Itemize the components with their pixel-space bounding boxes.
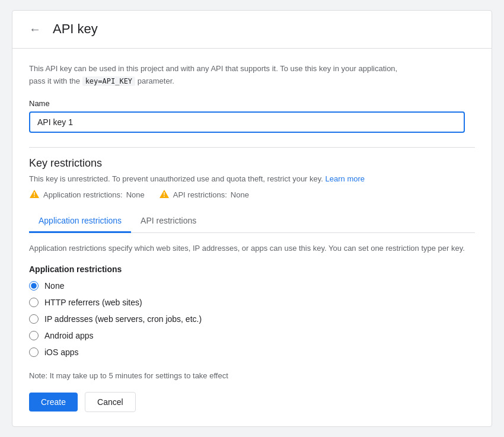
api-key-param-code: key=API_KEY bbox=[82, 76, 135, 86]
name-field-label: Name bbox=[29, 99, 475, 108]
cancel-button[interactable]: Cancel bbox=[85, 392, 136, 412]
tab-content-area: Application restrictions specify which w… bbox=[29, 243, 475, 412]
tab-api-restrictions[interactable]: API restrictions bbox=[131, 210, 206, 233]
api-restrictions-value: None bbox=[231, 190, 249, 199]
radio-ip-addresses-label: IP addresses (web servers, cron jobs, et… bbox=[44, 314, 202, 324]
page-content: This API key can be used in this project… bbox=[12, 49, 492, 426]
key-restrictions-section: Key restrictions This key is unrestricte… bbox=[29, 157, 475, 412]
api-key-name-input[interactable] bbox=[29, 111, 465, 133]
svg-text:!: ! bbox=[33, 192, 35, 198]
radio-http-referrers-input[interactable] bbox=[29, 298, 39, 307]
app-restrictions-value: None bbox=[126, 190, 145, 199]
radio-ios[interactable]: iOS apps bbox=[29, 347, 475, 357]
api-key-card: ← API key This API key can be used in th… bbox=[12, 10, 492, 427]
restriction-tabs: Application restrictions API restriction… bbox=[29, 210, 475, 233]
api-key-description: This API key can be used in this project… bbox=[29, 63, 475, 88]
radio-none-input[interactable] bbox=[29, 281, 39, 291]
create-button[interactable]: Create bbox=[29, 393, 78, 412]
section-divider bbox=[29, 147, 475, 148]
radio-ios-label: iOS apps bbox=[44, 347, 79, 357]
app-restrictions-subtitle: Application restrictions bbox=[29, 264, 475, 274]
app-restrictions-warning: ! Application restrictions: None bbox=[29, 189, 145, 200]
radio-http-referrers-label: HTTP referrers (web sites) bbox=[44, 298, 142, 307]
radio-http-referrers[interactable]: HTTP referrers (web sites) bbox=[29, 298, 475, 307]
api-restrictions-label: API restrictions: bbox=[173, 190, 227, 199]
page-title: API key bbox=[53, 21, 98, 37]
radio-android-label: Android apps bbox=[44, 331, 94, 340]
app-restrictions-label: Application restrictions: bbox=[43, 190, 123, 199]
tab-description: Application restrictions specify which w… bbox=[29, 243, 475, 255]
radio-android-input[interactable] bbox=[29, 331, 39, 340]
radio-ip-addresses-input[interactable] bbox=[29, 314, 39, 324]
radio-ip-addresses[interactable]: IP addresses (web servers, cron jobs, et… bbox=[29, 314, 475, 324]
svg-text:!: ! bbox=[163, 192, 165, 198]
tab-application-restrictions[interactable]: Application restrictions bbox=[29, 210, 131, 233]
key-restrictions-title: Key restrictions bbox=[29, 157, 475, 170]
radio-none-label: None bbox=[44, 281, 64, 291]
learn-more-link[interactable]: Learn more bbox=[326, 174, 365, 183]
page-header: ← API key bbox=[12, 11, 492, 49]
api-restrictions-warning: ! API restrictions: None bbox=[159, 189, 249, 200]
warning-triangle-icon-1: ! bbox=[29, 189, 40, 200]
back-button[interactable]: ← bbox=[27, 20, 43, 39]
warning-row: ! Application restrictions: None ! API r… bbox=[29, 189, 475, 200]
key-restrictions-info: This key is unrestricted. To prevent una… bbox=[29, 174, 475, 183]
radio-android[interactable]: Android apps bbox=[29, 331, 475, 340]
radio-ios-input[interactable] bbox=[29, 347, 39, 357]
settings-note: Note: It may take up to 5 minutes for se… bbox=[29, 371, 475, 380]
action-buttons: Create Cancel bbox=[29, 392, 475, 412]
restriction-radio-group: None HTTP referrers (web sites) IP addre… bbox=[29, 281, 475, 357]
back-arrow-icon: ← bbox=[29, 23, 41, 36]
warning-triangle-icon-2: ! bbox=[159, 189, 170, 200]
radio-none[interactable]: None bbox=[29, 281, 475, 291]
